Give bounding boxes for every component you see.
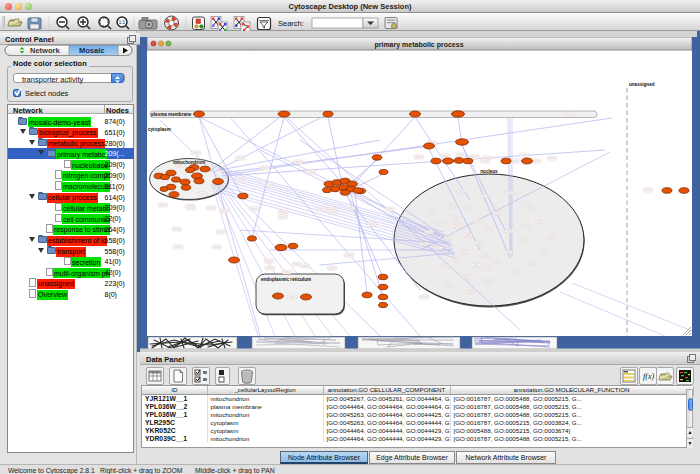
svg-text:Mosaic: Mosaic (79, 46, 104, 55)
svg-text:plasma membrane: plasma membrane (151, 112, 192, 117)
svg-text:unassigned: unassigned (629, 82, 655, 87)
svg-text:Network: Network (30, 46, 60, 55)
svg-text:mitochondrion: mitochondrion (173, 160, 205, 165)
svg-text:primary metabolic process: primary metabolic process (374, 41, 463, 49)
svg-text:f(x): f(x) (643, 372, 654, 381)
svg-text:nucleus: nucleus (480, 169, 498, 174)
svg-text:Search:: Search: (278, 19, 304, 28)
svg-text:cytoplasm: cytoplasm (148, 127, 171, 132)
svg-text:endoplasmic reticulum: endoplasmic reticulum (261, 277, 311, 282)
svg-text:1:1: 1:1 (119, 20, 126, 25)
